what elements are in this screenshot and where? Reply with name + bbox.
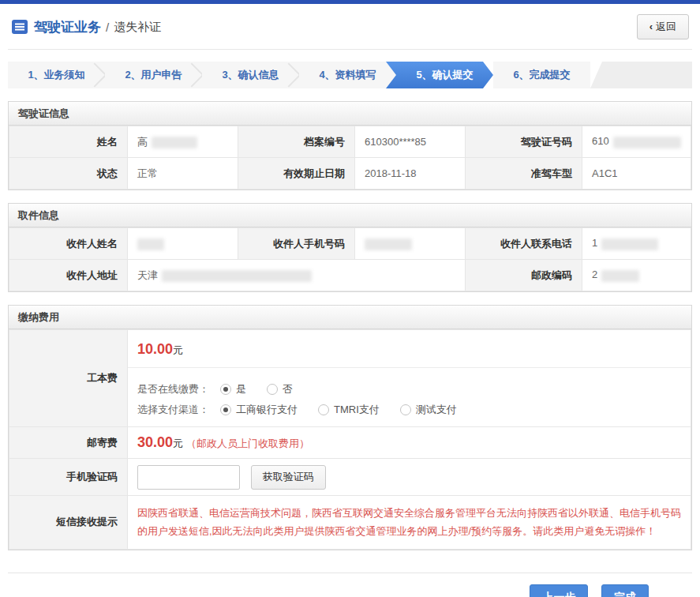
footer-actions: 上一步 完成: [8, 573, 692, 597]
finish-button[interactable]: 完成: [601, 584, 649, 597]
step-2-declare[interactable]: 2、用户申告: [105, 62, 202, 88]
page-header: 驾驶证业务 / 遗失补证 ‹返回: [8, 4, 692, 49]
list-icon: [11, 19, 28, 35]
radio-option-tmri[interactable]: TMRI支付: [318, 403, 380, 417]
field-value-recipient-address: 天津: [128, 260, 466, 291]
redacted-value: [613, 137, 681, 148]
field-value-file-number: 610300****85: [355, 126, 466, 158]
step-label: 1、业务须知: [28, 68, 84, 82]
field-value-recipient-mobile: [355, 228, 466, 260]
fee-amount: 10.00: [137, 341, 173, 357]
value-text: 610300****85: [365, 136, 426, 148]
fee-amount: 30.00: [137, 434, 173, 450]
radio-icon[interactable]: [220, 384, 231, 395]
payment-channel-question: 选择支付渠道：: [137, 403, 209, 417]
payment-options: 是否在线缴费： 是 否 选择支付渠道： 工商银行支付 TMRI支付 测试支付: [128, 368, 691, 426]
value-text: 2018-11-18: [365, 167, 417, 179]
field-label-license-number: 驾驶证号码: [466, 126, 582, 158]
field-label-vehicle-class: 准驾车型: [466, 158, 582, 190]
section-title: 驾驶证信息: [9, 102, 691, 126]
section-title: 缴纳费用: [9, 306, 691, 329]
payment-section: 缴纳费用 工本费 10.00元 是否在线缴费： 是 否: [8, 305, 692, 550]
field-value-production-fee: 10.00元 是否在线缴费： 是 否 选择支付渠道： 工商银行支付 TMRI支付: [128, 330, 691, 427]
table-row: 工本费 10.00元 是否在线缴费： 是 否 选择支付渠道： 工商银行支付: [9, 330, 691, 427]
payment-channel-row: 选择支付渠道： 工商银行支付 TMRI支付 测试支付: [137, 403, 681, 417]
field-label-recipient-mobile: 收件人手机号码: [238, 228, 355, 260]
field-value-sms-code: 获取验证码: [128, 459, 691, 496]
step-5-confirm-submit[interactable]: 5、确认提交: [386, 62, 493, 88]
table-row: 姓名 高 档案编号 610300****85 驾驶证号码 610: [9, 126, 691, 158]
table-row: 状态 正常 有效期止日期 2018-11-18 准驾车型 A1C1: [9, 158, 691, 190]
license-info-table: 姓名 高 档案编号 610300****85 驾驶证号码 610 状态 正常 有…: [9, 126, 691, 190]
step-4-fill-data[interactable]: 4、资料填写: [299, 62, 396, 88]
value-text: 1: [592, 237, 597, 249]
radio-option-icbc[interactable]: 工商银行支付: [220, 403, 298, 417]
radio-label: 否: [283, 382, 293, 396]
radio-icon[interactable]: [267, 384, 278, 395]
payment-table: 工本费 10.00元 是否在线缴费： 是 否 选择支付渠道： 工商银行支付: [9, 329, 691, 550]
fee-unit: 元: [173, 437, 183, 449]
table-row: 收件人姓名 收件人手机号码 收件人联系电话 1: [9, 228, 691, 260]
production-fee-amount: 10.00元: [128, 330, 691, 368]
redacted-value: [601, 238, 658, 250]
field-label-sms-code: 手机验证码: [9, 459, 128, 496]
license-info-section: 驾驶证信息 姓名 高 档案编号 610300****85 驾驶证号码 610 状…: [8, 101, 692, 190]
field-label-expiry-date: 有效期止日期: [238, 158, 355, 190]
field-label-recipient-name: 收件人姓名: [9, 228, 128, 260]
breadcrumb-separator: /: [106, 21, 109, 34]
value-text: A1C1: [592, 167, 618, 179]
get-sms-code-button[interactable]: 获取验证码: [251, 465, 326, 490]
pickup-info-table: 收件人姓名 收件人手机号码 收件人联系电话 1 收件人地址 天津 邮政编码 2: [9, 227, 691, 291]
field-value-vehicle-class: A1C1: [582, 158, 691, 190]
fee-unit: 元: [173, 344, 183, 356]
online-payment-question: 是否在线缴费：: [137, 382, 209, 396]
pickup-info-section: 取件信息 收件人姓名 收件人手机号码 收件人联系电话 1 收件人地址 天津 邮政…: [8, 203, 692, 292]
radio-option-test[interactable]: 测试支付: [400, 403, 457, 417]
value-text: 610: [592, 135, 609, 147]
header-divider: [8, 49, 692, 50]
radio-icon[interactable]: [400, 404, 411, 415]
field-value-status: 正常: [128, 158, 238, 190]
field-value-postal-code: 2: [582, 260, 691, 291]
step-1-notice[interactable]: 1、业务须知: [8, 62, 105, 88]
radio-icon[interactable]: [220, 404, 231, 415]
radio-option-yes[interactable]: 是: [220, 382, 246, 396]
field-label-postal-code: 邮政编码: [466, 260, 582, 291]
radio-option-no[interactable]: 否: [267, 382, 293, 396]
sms-code-input[interactable]: [137, 465, 240, 490]
radio-label: 测试支付: [416, 403, 457, 417]
page-title: 驾驶证业务: [34, 18, 101, 36]
breadcrumb-current: 遗失补证: [114, 20, 161, 35]
step-label: 3、确认信息: [222, 68, 279, 82]
radio-icon[interactable]: [318, 404, 329, 415]
step-label: 4、资料填写: [319, 68, 376, 82]
field-label-sms-notice: 短信接收提示: [9, 496, 128, 550]
field-value-expiry-date: 2018-11-18: [355, 158, 466, 190]
page: 驾驶证业务 / 遗失补证 ‹返回 1、业务须知 2、用户申告 3、确认信息 4、…: [0, 4, 700, 597]
field-label-name: 姓名: [9, 126, 128, 158]
step-label: 6、完成提交: [513, 68, 570, 82]
field-value-postage-fee: 30.00元（邮政人员上门收取费用）: [128, 427, 691, 459]
field-value-license-number: 610: [582, 126, 691, 158]
field-label-file-number: 档案编号: [238, 126, 355, 158]
field-value-recipient-phone: 1: [582, 228, 691, 260]
previous-step-button[interactable]: 上一步: [530, 584, 588, 597]
back-button[interactable]: ‹返回: [637, 14, 689, 39]
table-row: 收件人地址 天津 邮政编码 2: [9, 260, 691, 291]
redacted-value: [137, 238, 164, 250]
value-text: 天津: [137, 269, 158, 281]
radio-label: 是: [236, 382, 246, 396]
field-label-status: 状态: [9, 158, 128, 190]
value-text: 高: [137, 136, 148, 148]
field-label-recipient-phone: 收件人联系电话: [466, 228, 582, 260]
postage-fee-note: （邮政人员上门收取费用）: [186, 437, 309, 449]
step-6-complete[interactable]: 6、完成提交: [493, 62, 590, 88]
field-value-sms-notice: 因陕西省联通、电信运营商技术问题，陕西省互联网交通安全综合服务管理平台无法向持陕…: [128, 496, 691, 550]
step-label: 2、用户申告: [125, 68, 182, 82]
step-label: 5、确认提交: [416, 68, 473, 82]
step-3-confirm-info[interactable]: 3、确认信息: [202, 62, 299, 88]
table-row: 邮寄费 30.00元（邮政人员上门收取费用）: [9, 427, 691, 459]
table-row: 短信接收提示 因陕西省联通、电信运营商技术问题，陕西省互联网交通安全综合服务管理…: [9, 496, 691, 550]
step-wizard: 1、业务须知 2、用户申告 3、确认信息 4、资料填写 5、确认提交 6、完成提…: [8, 62, 692, 88]
redacted-value: [365, 238, 412, 250]
